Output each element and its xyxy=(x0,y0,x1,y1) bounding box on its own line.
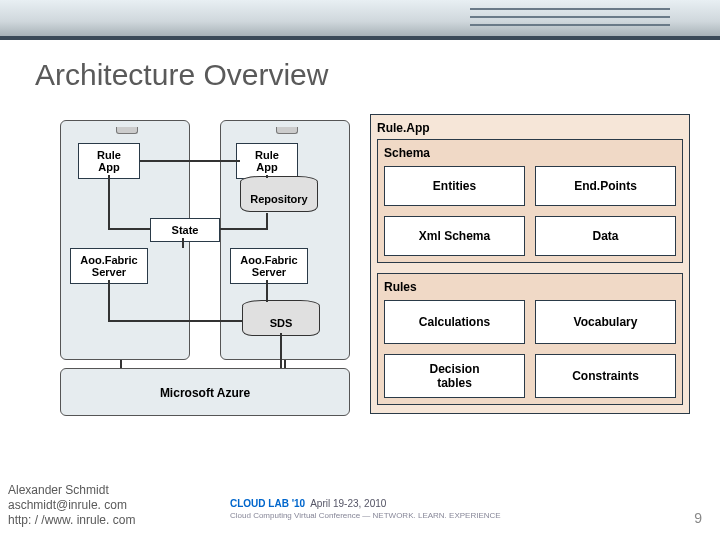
connector xyxy=(108,320,243,322)
ruleapp-panel-title: Rule.App xyxy=(377,121,683,135)
presenter-info: Alexander Schmidt aschmidt@inrule. com h… xyxy=(8,483,135,528)
schema-cell-entities: Entities xyxy=(384,166,525,206)
rule-app-node-2: Rule App xyxy=(236,143,298,179)
fabric-server-node-2: Aoo.Fabric Server xyxy=(230,248,308,284)
presenter-name: Alexander Schmidt xyxy=(8,483,135,498)
schema-cell-endpoints: End.Points xyxy=(535,166,676,206)
repository-cylinder: Repository xyxy=(240,176,318,212)
connector xyxy=(220,228,266,230)
decorative-lines xyxy=(470,8,670,32)
rules-subpanel: Rules Calculations Vocabulary Decision t… xyxy=(377,273,683,405)
ruleapp-panel: Rule.App Schema Entities End.Points Xml … xyxy=(370,114,690,414)
connector xyxy=(108,280,110,322)
schema-cell-data: Data xyxy=(535,216,676,256)
connector xyxy=(280,333,282,368)
connector xyxy=(120,360,122,368)
sds-cylinder: SDS xyxy=(242,300,320,336)
conference-brand: CLOUD LAB '10 xyxy=(230,498,305,509)
rules-cell-constraints: Constraints xyxy=(535,354,676,398)
connector xyxy=(284,360,286,368)
conference-logo: CLOUD LAB '10 April 19-23, 2010 Cloud Co… xyxy=(230,498,501,520)
ruleapp-structure-panel: Rule.App Schema Entities End.Points Xml … xyxy=(370,114,690,414)
connector xyxy=(266,213,268,230)
rule-app-node-1: Rule App xyxy=(78,143,140,179)
slide-number: 9 xyxy=(694,510,702,526)
azure-platform-box: Microsoft Azure xyxy=(60,368,350,416)
schema-title: Schema xyxy=(384,146,676,160)
state-node: State xyxy=(150,218,220,242)
conference-tagline: Cloud Computing Virtual Conference — NET… xyxy=(230,511,501,520)
rules-cell-vocabulary: Vocabulary xyxy=(535,300,676,344)
conference-dates: April 19-23, 2010 xyxy=(310,498,386,509)
rules-title: Rules xyxy=(384,280,676,294)
repository-label: Repository xyxy=(240,183,318,212)
presenter-email: aschmidt@inrule. com xyxy=(8,498,135,513)
rules-cell-calculations: Calculations xyxy=(384,300,525,344)
connector xyxy=(140,160,240,162)
schema-subpanel: Schema Entities End.Points Xml Schema Da… xyxy=(377,139,683,263)
connector xyxy=(182,238,184,248)
sds-label: SDS xyxy=(242,307,320,336)
slide-top-bar xyxy=(0,0,720,40)
connector xyxy=(266,280,268,302)
connector xyxy=(266,175,268,178)
fabric-server-node-1: Aoo.Fabric Server xyxy=(70,248,148,284)
schema-cell-xmlschema: Xml Schema xyxy=(384,216,525,256)
connector xyxy=(108,175,110,228)
slide-title: Architecture Overview xyxy=(35,58,328,92)
connector xyxy=(108,228,150,230)
rules-cell-decision: Decision tables xyxy=(384,354,525,398)
presenter-url: http: / /www. inrule. com xyxy=(8,513,135,528)
